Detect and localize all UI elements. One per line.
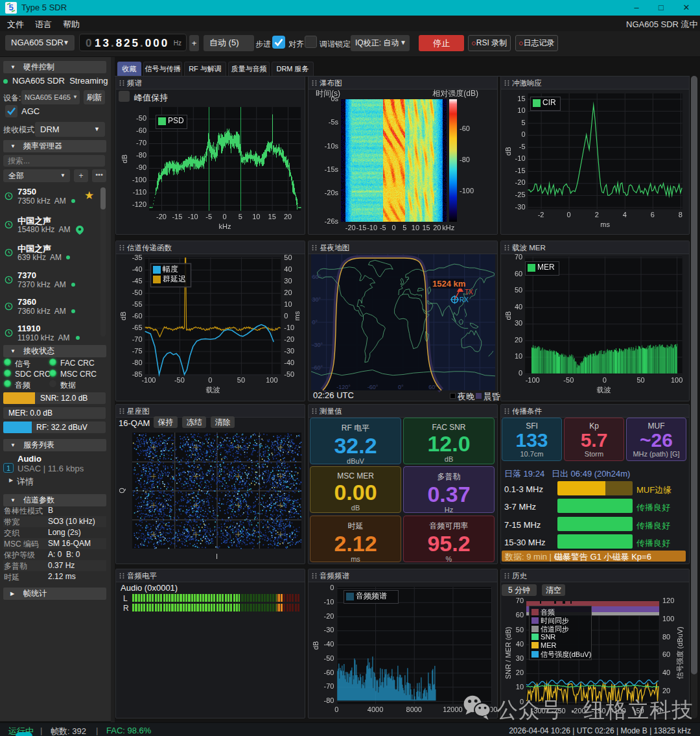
svg-text:0°: 0° xyxy=(312,319,318,326)
svg-text:-60°: -60° xyxy=(368,384,379,390)
svg-text:-30°: -30° xyxy=(312,342,323,348)
svg-text:TX: TX xyxy=(465,289,473,296)
svg-text:30°: 30° xyxy=(312,296,321,303)
svg-text:-60°: -60° xyxy=(312,364,323,371)
svg-text:RX: RX xyxy=(460,296,469,303)
svg-text:0°: 0° xyxy=(398,384,404,390)
svg-text:1524 km: 1524 km xyxy=(432,279,465,289)
svg-text:-120°: -120° xyxy=(336,384,351,390)
svg-text:60°: 60° xyxy=(312,274,321,280)
